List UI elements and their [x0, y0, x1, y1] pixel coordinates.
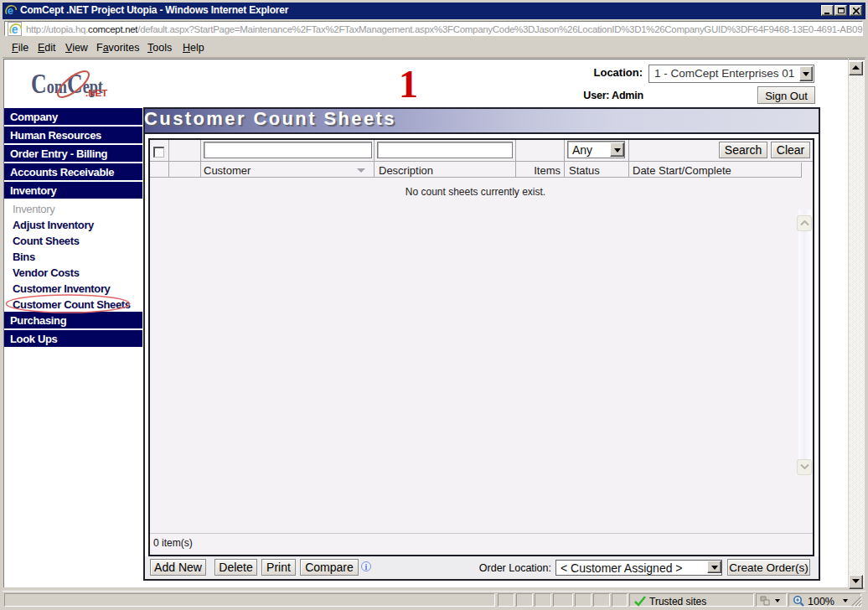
svg-text:.NET: .NET [85, 88, 107, 98]
